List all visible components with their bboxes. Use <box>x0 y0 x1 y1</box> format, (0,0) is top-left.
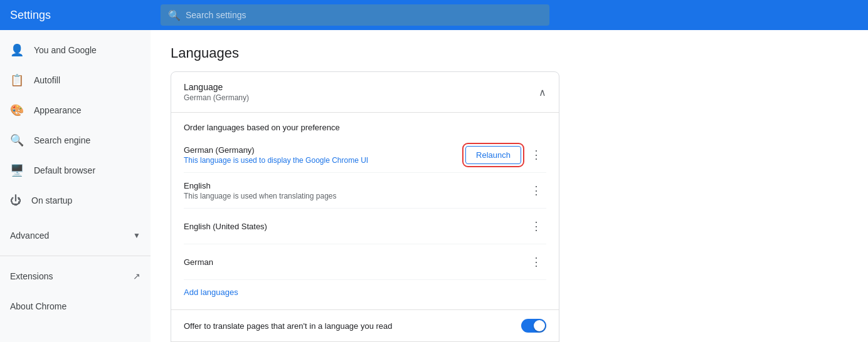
toggle-thumb <box>534 320 545 331</box>
language-row-english: English This language is used when trans… <box>184 173 546 209</box>
language-name: English (United States) <box>184 222 526 231</box>
translate-toggle[interactable] <box>521 319 546 333</box>
header-title: Settings <box>10 9 161 22</box>
translate-toggle-label: Offer to translate pages that aren't in … <box>184 321 521 331</box>
appearance-icon: 🎨 <box>10 103 24 117</box>
external-link-icon: ↗ <box>133 271 140 281</box>
sidebar-label-default-browser: Default browser <box>34 165 95 175</box>
language-info-english: English This language is used when trans… <box>184 181 526 200</box>
three-dot-menu-german-germany[interactable]: ⋮ <box>526 145 546 165</box>
translate-toggle-row: Offer to translate pages that aren't in … <box>171 309 559 341</box>
language-name: English <box>184 181 526 190</box>
search-icon: 🔍 <box>168 9 181 21</box>
language-row-german-germany: German (Germany) This language is used t… <box>184 137 546 173</box>
card-body: Order languages based on your preference… <box>171 112 559 309</box>
language-info-german-germany: German (Germany) This language is used t… <box>184 145 465 165</box>
add-languages-link[interactable]: Add languages <box>184 280 238 304</box>
language-info-english-us: English (United States) <box>184 222 526 231</box>
chevron-down-icon: ▼ <box>133 231 140 240</box>
default-browser-icon: 🖥️ <box>10 163 24 177</box>
sidebar-item-about-chrome[interactable]: About Chrome <box>0 291 140 321</box>
language-desc: This language is used to display the Goo… <box>184 156 465 165</box>
sidebar-label-autofill: Autofill <box>34 75 60 85</box>
header: Settings 🔍 <box>0 0 868 30</box>
main-content: Languages Language German (Germany) ∧ Or… <box>151 30 868 342</box>
sidebar-label-appearance: Appearance <box>34 105 82 115</box>
search-engine-icon: 🔍 <box>10 133 24 147</box>
three-dot-menu-german[interactable]: ⋮ <box>526 252 546 272</box>
sidebar-label-extensions: Extensions <box>10 271 53 281</box>
chevron-up-icon: ∧ <box>539 86 546 98</box>
sidebar: 👤 You and Google 📋 Autofill 🎨 Appearance… <box>0 30 151 342</box>
language-name: German <box>184 257 526 267</box>
autofill-icon: 📋 <box>10 73 24 87</box>
page-title: Languages <box>171 45 848 61</box>
sidebar-divider <box>0 256 151 256</box>
sidebar-item-on-startup[interactable]: ⏻ On startup <box>0 185 140 215</box>
sidebar-label-about-chrome: About Chrome <box>10 301 66 311</box>
on-startup-icon: ⏻ <box>10 194 21 207</box>
sidebar-label-you-and-google: You and Google <box>34 45 97 55</box>
toggle-track <box>521 319 546 333</box>
card-header-text: Language German (Germany) <box>184 82 249 102</box>
sidebar-label-search-engine: Search engine <box>34 135 90 145</box>
sidebar-item-appearance[interactable]: 🎨 Appearance <box>0 95 140 125</box>
sidebar-item-default-browser[interactable]: 🖥️ Default browser <box>0 155 140 185</box>
language-name: German (Germany) <box>184 145 465 155</box>
search-input[interactable] <box>186 10 542 20</box>
card-header-title: Language <box>184 82 249 92</box>
sidebar-advanced-section: Advanced ▼ <box>0 220 151 251</box>
order-label: Order languages based on your preference <box>184 113 546 137</box>
languages-card: Language German (Germany) ∧ Order langua… <box>171 71 559 342</box>
language-row-english-us: English (United States) ⋮ <box>184 209 546 244</box>
person-icon: 👤 <box>10 43 24 57</box>
language-row-german: German ⋮ <box>184 244 546 280</box>
sidebar-item-autofill[interactable]: 📋 Autofill <box>0 65 140 95</box>
three-dot-menu-english-us[interactable]: ⋮ <box>526 216 546 236</box>
sidebar-label-on-startup: On startup <box>31 195 72 205</box>
card-header[interactable]: Language German (Germany) ∧ <box>171 72 559 112</box>
sidebar-label-advanced: Advanced <box>10 231 49 241</box>
relaunch-button[interactable]: Relaunch <box>465 146 521 164</box>
sidebar-item-extensions[interactable]: Extensions ↗ <box>0 261 151 291</box>
language-info-german: German <box>184 257 526 267</box>
sidebar-item-search-engine[interactable]: 🔍 Search engine <box>0 125 140 155</box>
card-header-subtitle: German (Germany) <box>184 93 249 102</box>
search-bar[interactable]: 🔍 <box>161 4 549 26</box>
body: 👤 You and Google 📋 Autofill 🎨 Appearance… <box>0 30 868 342</box>
language-desc: This language is used when translating p… <box>184 192 526 200</box>
sidebar-item-you-and-google[interactable]: 👤 You and Google <box>0 35 140 65</box>
sidebar-item-advanced[interactable]: Advanced ▼ <box>0 220 151 251</box>
three-dot-menu-english[interactable]: ⋮ <box>526 180 546 200</box>
